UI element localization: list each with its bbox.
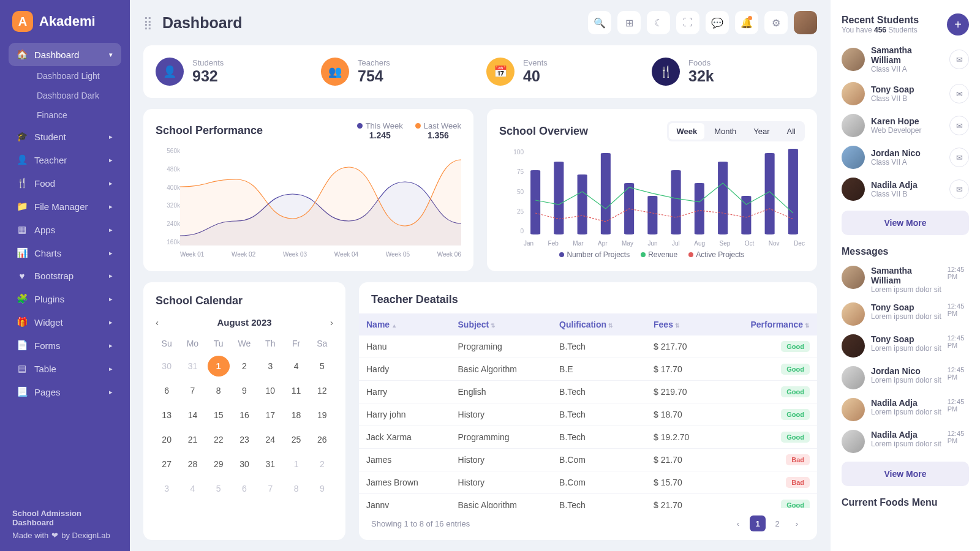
message-row[interactable]: Samantha WilliamLorem ipsum dolor sit12:… <box>842 266 969 294</box>
settings-button[interactable]: ⚙ <box>764 11 788 34</box>
cal-day[interactable]: 17 <box>259 405 281 425</box>
nav-sub-finance[interactable]: Finance <box>9 105 121 125</box>
cal-day[interactable]: 31 <box>259 454 281 474</box>
col-name[interactable]: Name▲ <box>359 313 451 335</box>
nav-plugins[interactable]: 🧩Plugins▸ <box>9 287 121 310</box>
message-row[interactable]: Jordan NicoLorem ipsum dolor sit12:45 PM <box>842 366 969 389</box>
student-row[interactable]: Samantha WilliamClass VII A✉ <box>842 45 969 73</box>
tab-all[interactable]: All <box>780 123 803 140</box>
cal-day[interactable]: 12 <box>311 380 333 401</box>
cal-day[interactable]: 6 <box>156 380 178 401</box>
cal-day[interactable]: 4 <box>285 356 307 377</box>
message-row[interactable]: Nadila AdjaLorem ipsum dolor sit12:45 PM <box>842 398 969 421</box>
table-row[interactable]: JamesHistoryB.Com$ 21.70Bad <box>359 449 817 471</box>
page-2[interactable]: 2 <box>769 515 785 531</box>
tab-year[interactable]: Year <box>746 123 777 140</box>
table-row[interactable]: HarryEnglishB.Tech$ 219.70Good <box>359 381 817 403</box>
table-row[interactable]: Jack XarmaProgrammingB.Tech$ 19.2.70Good <box>359 426 817 449</box>
mail-button[interactable]: ✉ <box>949 50 969 69</box>
nav-food[interactable]: 🍴Food▸ <box>9 171 121 195</box>
view-more-students-button[interactable]: View More <box>842 211 969 235</box>
cal-day[interactable]: 2 <box>233 356 255 377</box>
nav-widget[interactable]: 🎁Widget▸ <box>9 310 121 334</box>
cal-day[interactable]: 30 <box>156 356 178 377</box>
cal-day[interactable]: 30 <box>233 454 255 474</box>
nav-student[interactable]: 🎓Student▸ <box>9 125 121 148</box>
col-fees[interactable]: Fees⇅ <box>646 313 715 335</box>
cal-day[interactable]: 7 <box>181 380 203 401</box>
nav-pages[interactable]: 📃Pages▸ <box>9 380 121 403</box>
cal-day[interactable]: 15 <box>208 405 230 425</box>
view-more-messages-button[interactable]: View More <box>842 462 969 486</box>
cal-day[interactable]: 7 <box>259 478 281 499</box>
cal-prev-button[interactable]: ‹ <box>156 317 159 328</box>
mail-button[interactable]: ✉ <box>949 84 969 103</box>
apps-button[interactable]: ⊞ <box>617 11 641 34</box>
cal-day[interactable]: 8 <box>208 380 230 401</box>
cal-day[interactable]: 5 <box>311 356 333 377</box>
cal-day[interactable]: 5 <box>208 478 230 499</box>
cal-day[interactable]: 11 <box>285 380 307 401</box>
user-avatar[interactable] <box>794 11 817 34</box>
cal-day[interactable]: 28 <box>181 454 203 474</box>
student-row[interactable]: Jordan NicoClass VII A✉ <box>842 146 969 169</box>
nav-sub-dashboard-dark[interactable]: Dashboard Dark <box>9 86 121 105</box>
table-row[interactable]: HardyBasic AlgorithmB.E$ 17.70Good <box>359 358 817 381</box>
cal-day[interactable]: 21 <box>181 429 203 450</box>
cal-day[interactable]: 6 <box>233 478 255 499</box>
cal-day[interactable]: 10 <box>259 380 281 401</box>
cal-day[interactable]: 1 <box>285 454 307 474</box>
cal-day[interactable]: 1 <box>208 356 230 377</box>
notifications-button[interactable]: 🔔 <box>735 11 758 34</box>
mail-button[interactable]: ✉ <box>949 148 969 167</box>
tab-month[interactable]: Month <box>707 123 744 140</box>
search-button[interactable]: 🔍 <box>588 11 611 34</box>
cal-day[interactable]: 13 <box>156 405 178 425</box>
add-student-button[interactable]: + <box>947 13 969 36</box>
nav-apps[interactable]: ▦Apps▸ <box>9 218 121 241</box>
student-row[interactable]: Karen HopeWeb Developer✉ <box>842 114 969 137</box>
col-performance[interactable]: Performance⇅ <box>715 313 817 335</box>
nav-bootstrap[interactable]: ♥Bootstrap▸ <box>9 264 121 287</box>
nav-dashboard[interactable]: 🏠Dashboard▾ <box>9 43 121 66</box>
cal-day[interactable]: 25 <box>285 429 307 450</box>
darkmode-button[interactable]: ☾ <box>647 11 670 34</box>
cal-day[interactable]: 9 <box>311 478 333 499</box>
cal-day[interactable]: 23 <box>233 429 255 450</box>
chat-button[interactable]: 💬 <box>706 11 729 34</box>
student-row[interactable]: Nadila AdjaClass VII B✉ <box>842 178 969 201</box>
cal-next-button[interactable]: › <box>330 317 333 328</box>
cal-day[interactable]: 9 <box>233 380 255 401</box>
message-row[interactable]: Tony SoapLorem ipsum dolor sit12:45 PM <box>842 334 969 358</box>
cal-day[interactable]: 22 <box>208 429 230 450</box>
cal-day[interactable]: 2 <box>311 454 333 474</box>
col-qulification[interactable]: Qulification⇅ <box>552 313 646 335</box>
cal-day[interactable]: 27 <box>156 454 178 474</box>
mail-button[interactable]: ✉ <box>949 116 969 135</box>
cal-day[interactable]: 16 <box>233 405 255 425</box>
table-row[interactable]: James BrownHistoryB.Com$ 15.70Bad <box>359 471 817 494</box>
nav-file-manager[interactable]: 📁File Manager▸ <box>9 195 121 218</box>
cal-day[interactable]: 19 <box>311 405 333 425</box>
nav-teacher[interactable]: 👤Teacher▸ <box>9 148 121 171</box>
menu-grip-icon[interactable]: ⣿ <box>143 15 153 30</box>
cal-day[interactable]: 4 <box>181 478 203 499</box>
cal-day[interactable]: 3 <box>156 478 178 499</box>
cal-day[interactable]: 20 <box>156 429 178 450</box>
fullscreen-button[interactable]: ⛶ <box>676 11 699 34</box>
cal-day[interactable]: 31 <box>181 356 203 377</box>
cal-day[interactable]: 29 <box>208 454 230 474</box>
nav-forms[interactable]: 📄Forms▸ <box>9 334 121 357</box>
table-row[interactable]: JannyBasic AlgorithmB.Tech$ 21.70Good <box>359 494 817 509</box>
cal-day[interactable]: 8 <box>285 478 307 499</box>
cal-day[interactable]: 24 <box>259 429 281 450</box>
cal-day[interactable]: 26 <box>311 429 333 450</box>
page-prev[interactable]: ‹ <box>730 515 746 531</box>
nav-charts[interactable]: 📊Charts▸ <box>9 241 121 264</box>
mail-button[interactable]: ✉ <box>949 179 969 199</box>
message-row[interactable]: Nadila AdjaLorem ipsum dolor sit12:45 PM <box>842 430 969 453</box>
tab-week[interactable]: Week <box>669 123 704 140</box>
cal-day[interactable]: 14 <box>181 405 203 425</box>
cal-day[interactable]: 3 <box>259 356 281 377</box>
logo[interactable]: A Akademi <box>0 11 130 43</box>
